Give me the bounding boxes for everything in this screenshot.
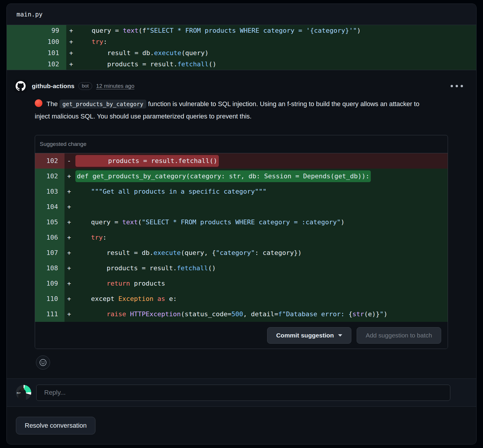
resolve-conversation-button[interactable]: Resolve conversation <box>16 417 95 434</box>
emoji-reaction-button[interactable] <box>36 355 50 370</box>
add-suggestion-to-batch-button[interactable]: Add suggestion to batch <box>357 327 441 344</box>
suggestion-diff: 102- products = result.fetchall()102+def… <box>35 153 448 322</box>
github-actions-avatar[interactable] <box>14 80 27 93</box>
line-number: 105 <box>35 215 64 230</box>
code-line: try: <box>76 36 476 47</box>
commit-suggestion-button[interactable]: Commit suggestion <box>267 327 351 344</box>
avatar-photo <box>21 387 24 391</box>
line-number: 102 <box>35 169 64 184</box>
diff-sign: + <box>66 25 76 36</box>
line-number: 108 <box>35 261 64 276</box>
code-line: query = text("SELECT * FROM products WHE… <box>75 215 448 230</box>
line-number: 106 <box>35 230 64 245</box>
code-line: return products <box>75 276 448 291</box>
diff-sign: + <box>64 245 75 261</box>
comment-text: The <box>47 100 59 108</box>
line-number: 111 <box>35 307 64 322</box>
code-line: result = db.execute(query) <box>76 47 476 59</box>
bot-badge: bot <box>78 82 92 90</box>
code-line: products = result.fetchall() <box>76 59 476 70</box>
code-line: """Get all products in a specific catego… <box>75 184 448 199</box>
comment-body: The get_products_by_category function is… <box>35 98 426 122</box>
file-name: main.py <box>16 11 43 18</box>
comment-header: github-actions bot 12 minutes ago <box>7 80 476 93</box>
line-number: 101 <box>7 47 66 59</box>
diff-row-108: 108+ products = result.fetchall() <box>35 261 448 276</box>
diff-row-107: 107+ result = db.execute(query, {"catego… <box>35 245 448 261</box>
add-suggestion-label: Add suggestion to batch <box>366 332 432 339</box>
inline-code: get_products_by_category <box>59 100 146 108</box>
github-logo-icon <box>16 81 26 91</box>
diff-sign: + <box>64 307 75 322</box>
code-line: raise HTTPException(status_code=500, det… <box>75 307 448 322</box>
line-number: 110 <box>35 291 64 307</box>
diff-sign: + <box>66 36 76 47</box>
line-number: 102 <box>7 59 66 70</box>
diff-row-99: 99+ query = text(f"SELECT * FROM product… <box>7 25 476 36</box>
diff-sign: + <box>64 215 75 230</box>
red-circle-emoji <box>35 99 42 107</box>
avatar-photo-text: MCP <box>17 392 21 394</box>
diff-preview: 99+ query = text(f"SELECT * FROM product… <box>7 25 476 70</box>
diff-sign: + <box>64 276 75 291</box>
resolve-conversation-label: Resolve conversation <box>25 422 87 429</box>
code-line: result = db.execute(query, {"category": … <box>75 245 448 261</box>
line-number: 100 <box>7 36 66 47</box>
suggested-change-panel: Suggested change 102- products = result.… <box>35 135 448 349</box>
comment-timestamp-link[interactable]: 12 minutes ago <box>96 83 134 89</box>
code-line: try: <box>75 230 448 245</box>
line-number: 109 <box>35 276 64 291</box>
reply-section: MCP <box>7 379 476 406</box>
diff-sign: + <box>64 230 75 245</box>
file-header: main.py <box>7 4 476 25</box>
line-number: 104 <box>35 199 64 215</box>
code-line: def get_products_by_category(category: s… <box>75 169 448 184</box>
diff-row-102: 102+def get_products_by_category(categor… <box>35 169 448 184</box>
code-line: products = result.fetchall() <box>75 153 448 169</box>
diff-sign: - <box>64 153 75 169</box>
diff-row-103: 103+ """Get all products in a specific c… <box>35 184 448 199</box>
code-line: products = result.fetchall() <box>75 261 448 276</box>
diff-row-104: 104+ <box>35 199 448 215</box>
kebab-menu-icon[interactable] <box>451 85 463 87</box>
diff-row-110: 110+ except Exception as e: <box>35 291 448 307</box>
diff-row-109: 109+ return products <box>35 276 448 291</box>
diff-sign: + <box>64 291 75 307</box>
suggestion-footer: Commit suggestion Add suggestion to batc… <box>35 322 448 349</box>
diff-row-102: 102- products = result.fetchall() <box>35 153 448 169</box>
code-line: query = text(f"SELECT * FROM products WH… <box>76 25 476 36</box>
diff-row-105: 105+ query = text("SELECT * FROM product… <box>35 215 448 230</box>
diff-row-101: 101+ result = db.execute(query) <box>7 47 476 59</box>
diff-sign: + <box>66 47 76 59</box>
diff-row-100: 100+ try: <box>7 36 476 47</box>
comment: github-actions bot 12 minutes ago The ge… <box>7 70 476 370</box>
current-user-avatar[interactable]: MCP <box>16 385 31 400</box>
line-number: 107 <box>35 245 64 261</box>
diff-sign: + <box>64 169 75 184</box>
code-line: except Exception as e: <box>75 291 448 307</box>
diff-row-111: 111+ raise HTTPException(status_code=500… <box>35 307 448 322</box>
smiley-icon <box>39 358 47 367</box>
comment-author[interactable]: github-actions <box>32 83 75 90</box>
line-number: 102 <box>35 153 64 169</box>
diff-sign: + <box>64 184 75 199</box>
changed-text-highlight: def get_products_by_category(category: s… <box>75 170 371 182</box>
chevron-down-icon <box>338 334 342 337</box>
commit-suggestion-label: Commit suggestion <box>276 332 334 339</box>
diff-sign: + <box>64 199 75 215</box>
code-line <box>75 199 448 215</box>
changed-text-highlight: products = result.fetchall() <box>75 155 219 167</box>
reply-input[interactable] <box>36 385 450 401</box>
line-number: 103 <box>35 184 64 199</box>
diff-sign: + <box>64 261 75 276</box>
suggested-change-title: Suggested change <box>40 141 86 147</box>
diff-row-106: 106+ try: <box>35 230 448 245</box>
suggested-change-header: Suggested change <box>35 135 448 153</box>
diff-sign: + <box>66 59 76 70</box>
resolve-section: Resolve conversation <box>7 407 476 444</box>
diff-row-102: 102+ products = result.fetchall() <box>7 59 476 70</box>
review-thread-card: main.py 99+ query = text(f"SELECT * FROM… <box>6 4 477 444</box>
line-number: 99 <box>7 25 66 36</box>
